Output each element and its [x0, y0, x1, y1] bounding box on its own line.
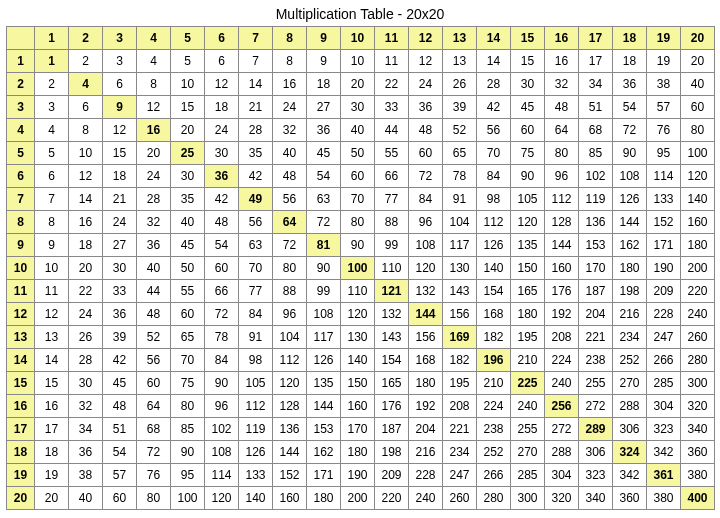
- table-cell: 238: [477, 418, 511, 441]
- table-cell: 10: [341, 50, 375, 73]
- table-cell: 304: [647, 395, 681, 418]
- table-cell: 18: [69, 234, 103, 257]
- table-cell: 208: [443, 395, 477, 418]
- table-cell: 240: [409, 487, 443, 510]
- table-cell: 28: [477, 73, 511, 96]
- table-cell: 60: [171, 303, 205, 326]
- row-header: 13: [7, 326, 35, 349]
- table-row: 2246810121416182022242628303234363840: [7, 73, 715, 96]
- table-cell: 126: [307, 349, 341, 372]
- col-header: 19: [647, 27, 681, 50]
- table-cell: 272: [579, 395, 613, 418]
- table-cell: 240: [511, 395, 545, 418]
- table-cell: 17: [35, 418, 69, 441]
- table-cell: 171: [307, 464, 341, 487]
- table-cell: 96: [273, 303, 307, 326]
- table-cell: 11: [375, 50, 409, 73]
- row-header: 7: [7, 188, 35, 211]
- table-cell: 130: [443, 257, 477, 280]
- table-cell: 70: [239, 257, 273, 280]
- table-cell: 34: [69, 418, 103, 441]
- table-cell: 54: [307, 165, 341, 188]
- table-cell: 100: [681, 142, 715, 165]
- table-cell: 48: [103, 395, 137, 418]
- col-header: 20: [681, 27, 715, 50]
- table-cell: 144: [545, 234, 579, 257]
- table-cell: 66: [375, 165, 409, 188]
- table-cell: 70: [171, 349, 205, 372]
- table-cell: 225: [511, 372, 545, 395]
- table-cell: 140: [239, 487, 273, 510]
- table-cell: 30: [341, 96, 375, 119]
- table-cell: 18: [35, 441, 69, 464]
- table-cell: 228: [409, 464, 443, 487]
- col-header: 13: [443, 27, 477, 50]
- col-header: 4: [137, 27, 171, 50]
- table-cell: 60: [681, 96, 715, 119]
- table-cell: 14: [69, 188, 103, 211]
- col-header: 11: [375, 27, 409, 50]
- table-cell: 72: [205, 303, 239, 326]
- table-cell: 169: [443, 326, 477, 349]
- table-cell: 144: [409, 303, 443, 326]
- table-cell: 165: [511, 280, 545, 303]
- col-header: 14: [477, 27, 511, 50]
- table-cell: 195: [511, 326, 545, 349]
- table-cell: 266: [647, 349, 681, 372]
- row-header: 8: [7, 211, 35, 234]
- table-cell: 187: [579, 280, 613, 303]
- table-cell: 90: [613, 142, 647, 165]
- table-cell: 132: [409, 280, 443, 303]
- table-cell: 91: [239, 326, 273, 349]
- table-row: 1717345168851021191361531701872042212382…: [7, 418, 715, 441]
- table-cell: 260: [443, 487, 477, 510]
- table-cell: 95: [647, 142, 681, 165]
- table-cell: 105: [511, 188, 545, 211]
- table-cell: 143: [375, 326, 409, 349]
- table-cell: 256: [545, 395, 579, 418]
- table-cell: 196: [477, 349, 511, 372]
- table-cell: 280: [477, 487, 511, 510]
- table-cell: 110: [375, 257, 409, 280]
- table-row: 9918273645546372819099108117126135144153…: [7, 234, 715, 257]
- table-cell: 260: [681, 326, 715, 349]
- table-cell: 24: [137, 165, 171, 188]
- table-cell: 18: [103, 165, 137, 188]
- table-cell: 48: [273, 165, 307, 188]
- table-row: 1212243648607284961081201321441561681801…: [7, 303, 715, 326]
- table-cell: 24: [409, 73, 443, 96]
- row-header: 16: [7, 395, 35, 418]
- table-cell: 56: [137, 349, 171, 372]
- table-cell: 45: [171, 234, 205, 257]
- table-cell: 247: [647, 326, 681, 349]
- table-cell: 84: [409, 188, 443, 211]
- table-cell: 36: [409, 96, 443, 119]
- table-cell: 19: [647, 50, 681, 73]
- table-cell: 238: [579, 349, 613, 372]
- table-cell: 48: [137, 303, 171, 326]
- row-header: 10: [7, 257, 35, 280]
- table-cell: 240: [545, 372, 579, 395]
- table-corner: [7, 27, 35, 50]
- table-cell: 76: [137, 464, 171, 487]
- col-header: 1: [35, 27, 69, 50]
- row-header: 20: [7, 487, 35, 510]
- table-cell: 234: [613, 326, 647, 349]
- table-cell: 56: [477, 119, 511, 142]
- table-cell: 130: [341, 326, 375, 349]
- table-cell: 180: [681, 234, 715, 257]
- table-cell: 120: [409, 257, 443, 280]
- table-cell: 33: [375, 96, 409, 119]
- table-cell: 10: [35, 257, 69, 280]
- table-row: 5510152025303540455055606570758085909510…: [7, 142, 715, 165]
- table-cell: 32: [137, 211, 171, 234]
- table-cell: 165: [375, 372, 409, 395]
- table-cell: 40: [681, 73, 715, 96]
- table-cell: 51: [579, 96, 613, 119]
- row-header: 9: [7, 234, 35, 257]
- table-cell: 2: [69, 50, 103, 73]
- table-cell: 42: [103, 349, 137, 372]
- table-cell: 14: [35, 349, 69, 372]
- col-header: 16: [545, 27, 579, 50]
- table-cell: 42: [477, 96, 511, 119]
